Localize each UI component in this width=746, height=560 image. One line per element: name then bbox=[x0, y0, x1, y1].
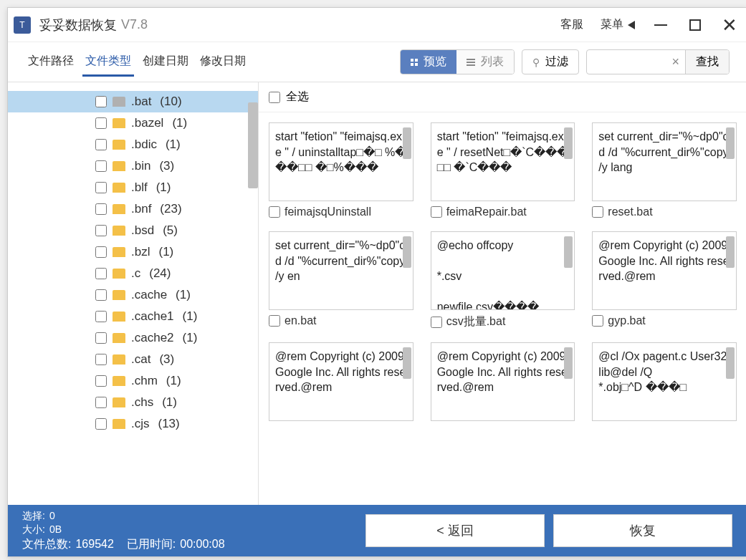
list-view-button[interactable]: 列表 bbox=[456, 50, 514, 74]
preview-box[interactable]: @rem Copyright (c) 2009 Google Inc. All … bbox=[431, 342, 575, 421]
ext-label: .bazel bbox=[131, 116, 163, 130]
tab-file-type[interactable]: 文件类型 bbox=[82, 48, 134, 77]
close-button[interactable]: ✕ bbox=[712, 8, 746, 42]
ext-item-cache2[interactable]: .cache2 (1) bbox=[8, 327, 258, 349]
card-checkbox[interactable] bbox=[431, 206, 442, 218]
ext-checkbox[interactable] bbox=[95, 96, 107, 107]
folder-icon bbox=[113, 290, 125, 300]
ext-checkbox[interactable] bbox=[95, 375, 107, 387]
content: 全选 start "fetion" "feimajsq.exe " / unin… bbox=[259, 82, 746, 505]
customer-service-link[interactable]: 客服 bbox=[552, 17, 592, 32]
main-window: T 妥妥数据恢复 V7.8 客服 菜单 ✕ 文件路径 文件类型 创建日期 修改日… bbox=[7, 7, 746, 557]
ext-item-bsd[interactable]: .bsd (5) bbox=[8, 220, 258, 241]
ext-count: (10) bbox=[160, 95, 181, 109]
menu-label: 菜单 bbox=[601, 17, 623, 32]
titlebar: T 妥妥数据恢复 V7.8 客服 菜单 ✕ bbox=[8, 8, 746, 42]
filter-button[interactable]: ⚲ 过滤 bbox=[522, 49, 579, 74]
ext-item-bzl[interactable]: .bzl (1) bbox=[8, 241, 258, 263]
recover-button[interactable]: 恢复 bbox=[553, 514, 732, 547]
preview-scrollbar-thumb[interactable] bbox=[564, 236, 573, 268]
ext-count: (1) bbox=[166, 374, 181, 388]
ext-checkbox[interactable] bbox=[95, 268, 107, 279]
card-checkbox[interactable] bbox=[592, 315, 603, 327]
search-input[interactable] bbox=[587, 52, 666, 72]
menu-button[interactable]: 菜单 bbox=[592, 17, 644, 32]
ext-checkbox[interactable] bbox=[95, 311, 107, 322]
ext-count: (1) bbox=[156, 180, 171, 195]
maximize-button[interactable] bbox=[678, 8, 712, 42]
preview-box[interactable]: start "fetion" "feimajsq.exe " / uninsta… bbox=[269, 122, 413, 201]
ext-item-bdic[interactable]: .bdic (1) bbox=[8, 134, 258, 155]
titlebar-right: 客服 菜单 ✕ bbox=[552, 8, 746, 42]
ext-item-chs[interactable]: .chs (1) bbox=[8, 392, 258, 413]
ext-checkbox[interactable] bbox=[95, 289, 107, 301]
status-left: 选择: 0 大小: 0B 文件总数: 169542 已用时间: 00:00:08 bbox=[22, 509, 225, 551]
ext-item-cache[interactable]: .cache (1) bbox=[8, 284, 258, 306]
ext-checkbox[interactable] bbox=[95, 160, 107, 172]
filter-icon: ⚲ bbox=[532, 57, 540, 68]
preview-text: set current_dir="%~dp0"cd /d "%current_d… bbox=[598, 129, 730, 175]
preview-box[interactable]: set current_dir="%~dp0"cd /d "%current_d… bbox=[592, 122, 737, 201]
ext-checkbox[interactable] bbox=[95, 139, 107, 150]
tab-file-path[interactable]: 文件路径 bbox=[25, 48, 77, 77]
preview-scrollbar-thumb[interactable] bbox=[726, 236, 735, 268]
sidebar-scrollbar-thumb[interactable] bbox=[248, 102, 258, 188]
preview-scrollbar-thumb[interactable] bbox=[564, 347, 573, 379]
sidebar[interactable]: .bat (10).bazel (1).bdic (1).bin (3).blf… bbox=[8, 82, 259, 505]
preview-box[interactable]: @rem Copyright (c) 2009 Google Inc. All … bbox=[269, 342, 413, 421]
search-button[interactable]: 查找 bbox=[685, 50, 729, 74]
ext-item-chm[interactable]: .chm (1) bbox=[8, 370, 258, 392]
ext-item-cache1[interactable]: .cache1 (1) bbox=[8, 306, 258, 327]
card-checkbox[interactable] bbox=[592, 206, 603, 218]
preview-scrollbar-thumb[interactable] bbox=[564, 127, 573, 159]
card-checkbox[interactable] bbox=[431, 317, 442, 328]
select-all-checkbox[interactable] bbox=[269, 92, 280, 103]
ext-checkbox[interactable] bbox=[95, 354, 107, 365]
grid-icon bbox=[411, 59, 418, 66]
tab-modified-date[interactable]: 修改日期 bbox=[197, 48, 249, 77]
ext-label: .bat bbox=[131, 95, 151, 109]
app-version: V7.8 bbox=[121, 17, 148, 32]
ext-item-bazel[interactable]: .bazel (1) bbox=[8, 112, 258, 134]
preview-scrollbar-thumb[interactable] bbox=[403, 347, 411, 379]
card-checkbox[interactable] bbox=[269, 315, 280, 327]
ext-item-cat[interactable]: .cat (3) bbox=[8, 349, 258, 370]
ext-item-c[interactable]: .c (24) bbox=[8, 263, 258, 284]
back-button[interactable]: < 返回 bbox=[365, 514, 545, 547]
ext-checkbox[interactable] bbox=[95, 332, 107, 344]
preview-scrollbar-thumb[interactable] bbox=[403, 127, 411, 159]
ext-checkbox[interactable] bbox=[95, 246, 107, 258]
cards-grid[interactable]: start "fetion" "feimajsq.exe " / uninsta… bbox=[259, 112, 746, 505]
tab-created-date[interactable]: 创建日期 bbox=[140, 48, 191, 77]
file-card: start "fetion" "feimajsq.exe " / resetNe… bbox=[431, 122, 575, 218]
ext-checkbox[interactable] bbox=[95, 397, 107, 408]
preview-scrollbar-thumb[interactable] bbox=[726, 347, 735, 379]
ext-item-cjs[interactable]: .cjs (13) bbox=[8, 413, 258, 435]
ext-item-bnf[interactable]: .bnf (23) bbox=[8, 198, 258, 220]
preview-box[interactable]: @rem Copyright (c) 2009 Google Inc. All … bbox=[592, 231, 737, 310]
search-clear-button[interactable]: × bbox=[666, 54, 685, 69]
minimize-icon bbox=[654, 24, 667, 26]
ext-checkbox[interactable] bbox=[95, 203, 107, 215]
ext-count: (1) bbox=[158, 245, 173, 259]
minimize-button[interactable] bbox=[644, 8, 678, 42]
preview-view-button[interactable]: 预览 bbox=[401, 50, 456, 74]
preview-box[interactable]: start "fetion" "feimajsq.exe " / resetNe… bbox=[431, 122, 575, 201]
filter-label: 过滤 bbox=[545, 54, 568, 69]
ext-checkbox[interactable] bbox=[95, 225, 107, 236]
app-title: 妥妥数据恢复 bbox=[39, 16, 117, 34]
ext-item-bin[interactable]: .bin (3) bbox=[8, 155, 258, 177]
ext-checkbox[interactable] bbox=[95, 418, 107, 430]
preview-box[interactable]: @echo offcopy*.csvnewfile.csv���� bbox=[431, 231, 575, 310]
preview-scrollbar-thumb[interactable] bbox=[726, 127, 735, 159]
card-checkbox[interactable] bbox=[269, 206, 280, 218]
preview-box[interactable]: set current_dir="%~dp0"cd /d "%current_d… bbox=[269, 231, 413, 310]
ext-checkbox[interactable] bbox=[95, 117, 107, 129]
preview-scrollbar-thumb[interactable] bbox=[403, 236, 411, 268]
folder-icon bbox=[113, 312, 125, 322]
ext-checkbox[interactable] bbox=[95, 182, 107, 193]
preview-box[interactable]: @cl /Ox pagent.c User32.lib@del /Q*.obj□… bbox=[592, 342, 737, 421]
ext-label: .cache2 bbox=[131, 331, 174, 345]
ext-item-bat[interactable]: .bat (10) bbox=[8, 91, 258, 112]
ext-item-blf[interactable]: .blf (1) bbox=[8, 177, 258, 198]
